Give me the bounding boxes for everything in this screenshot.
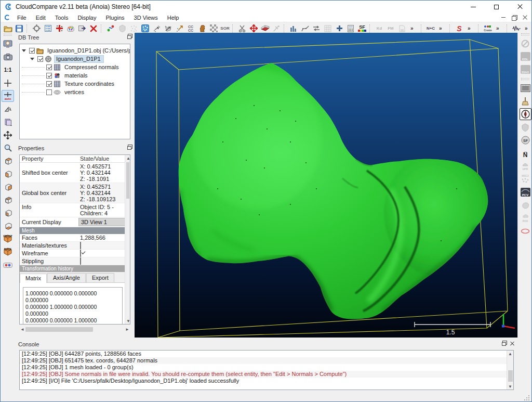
- mdi-restore-button[interactable]: [510, 14, 518, 21]
- facets-shield-icon[interactable]: [520, 121, 531, 133]
- view-back-icon[interactable]: [2, 194, 14, 206]
- toolbar-handle[interactable]: [521, 78, 529, 80]
- view-top-icon[interactable]: [2, 155, 14, 167]
- toolbar-overflow-3[interactable]: »: [466, 23, 476, 33]
- octree-icon[interactable]: [140, 23, 150, 33]
- tree-row-vertices[interactable]: vertices: [20, 88, 130, 96]
- toolbar-overflow-1[interactable]: »: [408, 23, 419, 33]
- toolbar-overflow-4[interactable]: »: [494, 23, 504, 33]
- properties-vscrollbar[interactable]: ▲ ▼: [125, 155, 130, 324]
- toolbar-handle[interactable]: [4, 34, 12, 36]
- stippling-checkbox[interactable]: [80, 257, 81, 265]
- float-panel-button[interactable]: [127, 34, 132, 39]
- resize-grip[interactable]: [524, 395, 530, 401]
- visibility-checkbox[interactable]: [46, 64, 52, 70]
- ransac-shape-detection-icon[interactable]: RSD: [520, 212, 531, 224]
- float-panel-button[interactable]: [127, 145, 132, 150]
- display-combo[interactable]: 3D View 1: [78, 218, 125, 226]
- save-icon[interactable]: [14, 23, 24, 33]
- toolbar-overflow-2[interactable]: »: [437, 23, 447, 33]
- tree-row-materials[interactable]: materials: [20, 71, 130, 80]
- cloud-cloud-distance-icon[interactable]: CCCC: [185, 23, 196, 33]
- console-vscrollbar[interactable]: ▲ ▼: [507, 351, 513, 390]
- ellipse-fit-plugin-icon[interactable]: [520, 225, 531, 237]
- maximize-button[interactable]: [485, 1, 508, 13]
- menu-plugins[interactable]: Plugins: [101, 13, 129, 22]
- normals-cloud-plugin-icon[interactable]: N+C: [425, 23, 436, 33]
- menu-3d-views[interactable]: 3D Views: [129, 13, 163, 22]
- pan-mode-icon[interactable]: [2, 129, 14, 141]
- animation-plugin-icon[interactable]: [520, 82, 531, 94]
- sample-points-icon[interactable]: [117, 23, 127, 33]
- tree-row-root[interactable]: Iguanodon_D1P1.obj (C:/Users/pfalk/...: [20, 46, 130, 55]
- zoom-mode-icon[interactable]: [2, 142, 14, 154]
- align-clouds-icon[interactable]: [151, 23, 162, 33]
- color-scale-icon[interactable]: [65, 23, 76, 33]
- visibility-checkbox[interactable]: [46, 73, 52, 79]
- console-log[interactable]: [12:49:25] [OBJ] 644287 points, 1288566 …: [19, 350, 514, 390]
- point-pair-align-icon[interactable]: [174, 23, 184, 33]
- pick-rotation-center-icon[interactable]: [2, 77, 14, 89]
- mdi-minimize-button[interactable]: [499, 14, 508, 21]
- sf-color-scale-icon[interactable]: SF: [357, 23, 367, 33]
- filter-by-value-icon[interactable]: [311, 23, 322, 33]
- canupo-plugin-icon[interactable]: Create: [483, 23, 493, 33]
- visibility-checkbox[interactable]: [46, 81, 52, 87]
- minimize-button[interactable]: [461, 1, 485, 13]
- visibility-checkbox[interactable]: [46, 89, 52, 95]
- 3d-view[interactable]: 1.5: [135, 33, 517, 338]
- m3c2-plugin-icon[interactable]: M3C2: [520, 173, 531, 185]
- float-panel-button[interactable]: [502, 341, 507, 346]
- normals-plugin-icon[interactable]: →N: [520, 147, 531, 159]
- view-left-icon[interactable]: [2, 181, 14, 193]
- materials-textures-checkbox[interactable]: [80, 242, 81, 249]
- menu-tools[interactable]: Tools: [50, 13, 73, 22]
- csf-plugin-icon[interactable]: S: [454, 23, 464, 33]
- view-right-icon[interactable]: [2, 207, 14, 219]
- visibility-checkbox[interactable]: [37, 56, 43, 62]
- delete-scan-grid-icon[interactable]: [323, 23, 333, 33]
- ssao-shader-icon[interactable]: SSAO: [520, 63, 531, 75]
- caliper-icon[interactable]: [271, 23, 282, 33]
- view-iso-front-icon[interactable]: FRONT: [2, 233, 14, 245]
- wireframe-checkbox[interactable]: [80, 250, 81, 257]
- delete-icon[interactable]: [88, 23, 99, 33]
- auto-pick-center-icon[interactable]: auto: [2, 90, 14, 102]
- sf-tools-plugin-icon[interactable]: SF: [520, 134, 531, 146]
- close-panel-button[interactable]: [510, 341, 515, 346]
- export-sf-plugin-icon[interactable]: [397, 23, 407, 33]
- clean-broom-icon[interactable]: [520, 95, 531, 107]
- closest-point-set-icon[interactable]: [208, 23, 219, 33]
- db-tree-view[interactable]: Iguanodon_D1P1.obj (C:/Users/pfalk/... I…: [19, 44, 130, 139]
- sf-arithmetic-icon[interactable]: [345, 23, 356, 33]
- properties-list-icon[interactable]: [43, 23, 53, 33]
- toolbar-overflow-5[interactable]: »: [523, 23, 532, 33]
- pcv-plugin-icon[interactable]: PCV: [520, 186, 531, 198]
- menu-display[interactable]: Display: [73, 13, 101, 22]
- properties-hscrollbar[interactable]: ◄ ►: [19, 326, 130, 333]
- visibility-checkbox[interactable]: [29, 48, 35, 54]
- fm-plugin-icon[interactable]: FM: [385, 23, 396, 33]
- fine-registration-icon[interactable]: [163, 23, 173, 33]
- rotate-view-icon[interactable]: [2, 103, 14, 115]
- tab-export[interactable]: Export: [86, 273, 114, 282]
- view-iso-back-icon[interactable]: BACK: [2, 246, 14, 258]
- mdi-close-button[interactable]: [521, 14, 529, 21]
- fullscreen-3d-icon[interactable]: [2, 38, 14, 50]
- tab-axis-angle[interactable]: Axis/Angle: [47, 273, 86, 282]
- subsample-icon[interactable]: [128, 23, 139, 33]
- cloud-mesh-distance-icon[interactable]: [197, 23, 207, 33]
- disable-filter-icon[interactable]: [520, 37, 531, 49]
- tab-matrix[interactable]: Matrix: [20, 274, 47, 283]
- kd-tree-plugin-icon[interactable]: Kd: [374, 23, 384, 33]
- menu-edit[interactable]: Edit: [31, 13, 50, 22]
- merge-entities-icon[interactable]: [54, 23, 64, 33]
- view-front-icon[interactable]: [2, 168, 14, 180]
- histogram-icon[interactable]: [288, 23, 299, 33]
- display-options-icon[interactable]: [31, 23, 42, 33]
- open-icon[interactable]: [3, 23, 13, 33]
- stereo-mode-icon[interactable]: [2, 259, 14, 271]
- add-constant-sf-icon[interactable]: [334, 23, 344, 33]
- expander-icon[interactable]: [22, 49, 26, 52]
- menu-help[interactable]: Help: [163, 13, 184, 22]
